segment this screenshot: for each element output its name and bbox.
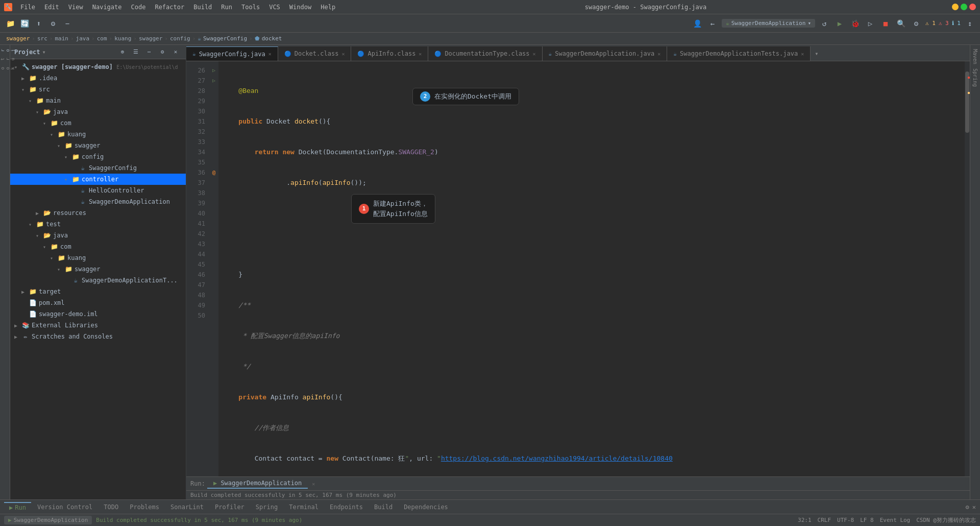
vtab-project[interactable]: Proj [0, 47, 16, 54]
tree-item-java-test[interactable]: ▾ 📂 java [10, 230, 186, 241]
sidebar-settings-icon[interactable]: ⚙ [156, 46, 168, 58]
bc-src[interactable]: src [37, 35, 47, 42]
vtab-structure[interactable]: Stru [0, 56, 16, 62]
bottom-tab-dependencies[interactable]: Dependencies [399, 503, 453, 512]
bottom-tab-problems[interactable]: Problems [125, 503, 164, 512]
tree-item-swagger-pkg[interactable]: ▾ 📁 swagger [10, 140, 186, 151]
tree-item-com-test[interactable]: ▾ 📁 com [10, 241, 186, 252]
run-green-btn[interactable]: ▶ [834, 17, 846, 30]
bc-swagger-pkg[interactable]: swagger [139, 35, 162, 42]
sidebar-close-icon[interactable]: ✕ [169, 46, 182, 58]
tab-close-docket[interactable]: ✕ [341, 51, 345, 57]
sidebar-dots-icon[interactable]: ⋯ [143, 46, 155, 58]
tree-item-target[interactable]: ▶ 📁 target [10, 286, 186, 297]
tab-apiinfo[interactable]: 🔵 ApiInfo.class ✕ [351, 46, 428, 61]
tree-item-scratches[interactable]: ▶ ✏ Scratches and Consoles [10, 331, 186, 342]
bc-java[interactable]: java [76, 35, 90, 42]
run-tab-active[interactable]: ▶ SwaggerDemoApplication [207, 479, 308, 489]
refresh-icon[interactable]: ↺ [818, 17, 830, 30]
tree-item-kuang[interactable]: ▾ 📁 kuang [10, 129, 186, 140]
status-csdn[interactable]: CSDN @努力搬砖的攻志 [916, 516, 976, 524]
bc-config[interactable]: config [170, 35, 190, 42]
spring-vtab[interactable]: Spring [971, 66, 979, 89]
menu-vcs[interactable]: VCS [265, 3, 284, 12]
menu-view[interactable]: View [64, 3, 87, 12]
search-icon[interactable]: 🔍 [895, 17, 907, 30]
stop-btn[interactable]: ■ [879, 17, 892, 30]
tree-item-main[interactable]: ▾ 📁 main [10, 95, 186, 106]
sidebar-locate-icon[interactable]: ⊕ [116, 46, 129, 58]
tab-close-swaggerdemotests[interactable]: ✕ [801, 51, 804, 57]
menu-tools[interactable]: Tools [237, 3, 264, 12]
bc-swagger[interactable]: swagger [6, 35, 30, 42]
collapse-btn[interactable]: ⬆ [33, 17, 45, 30]
tree-item-resources[interactable]: ▶ 📂 resources [10, 207, 186, 219]
status-line-ending[interactable]: CRLF [818, 517, 831, 523]
code-content[interactable]: @Bean public Docket docket(){ return new… [218, 61, 965, 476]
menu-help[interactable]: Help [316, 3, 339, 12]
run-tab-close[interactable]: ✕ [312, 481, 315, 487]
run-config-selector[interactable]: ☕ SwaggerDemoApplication ▾ [722, 19, 815, 28]
bottom-tab-profiler[interactable]: Profiler [210, 503, 250, 512]
vtab-bookmarks[interactable]: Book [0, 65, 16, 71]
tab-close-swaggerconfig[interactable]: ✕ [268, 51, 272, 57]
status-position[interactable]: 32:1 [798, 517, 812, 523]
menu-code[interactable]: Code [127, 3, 150, 12]
tree-item-swaggerconfig[interactable]: ☕ SwaggerConfig [10, 162, 186, 174]
tree-item-external-libs[interactable]: ▶ 📚 External Libraries [10, 320, 186, 331]
bc-swaggerconfig[interactable]: SwaggerConfig [203, 35, 247, 42]
tab-docket[interactable]: 🔵 Docket.class ✕ [278, 46, 352, 61]
tree-item-swaggerdemomain[interactable]: ☕ SwaggerDemoApplication [10, 196, 186, 207]
scrollbar-thumb[interactable] [965, 71, 969, 133]
sync-btn[interactable]: 🔄 [18, 17, 31, 30]
menu-navigate[interactable]: Navigate [88, 3, 126, 12]
close-button[interactable] [969, 4, 976, 10]
tab-documentationtype[interactable]: 🔵 DocumentationType.class ✕ [428, 46, 542, 61]
bottom-settings-icon[interactable]: ⚙ [966, 504, 969, 511]
tree-item-idea[interactable]: ▶ 📁 .idea [10, 73, 186, 84]
back-btn[interactable]: ← [706, 17, 719, 30]
vertical-scrollbar[interactable] [965, 61, 970, 476]
settings-icon[interactable]: ⚙ [910, 17, 922, 30]
run-button[interactable]: ▶ SwaggerDemoApplication [4, 516, 92, 524]
tree-item-swaggertests[interactable]: ☕ SwaggerDemoApplicationT... [10, 275, 186, 286]
tab-close-documentationtype[interactable]: ✕ [533, 51, 536, 57]
project-tree-btn[interactable]: 📁 [4, 17, 16, 30]
tree-item-kuang-test[interactable]: ▾ 📁 kuang [10, 252, 186, 264]
menu-run[interactable]: Run [217, 3, 236, 12]
tab-swaggerconfig[interactable]: ☕ SwaggerConfig.java ✕ [186, 46, 278, 61]
tab-swaggerdemotests[interactable]: ☕ SwaggerDemoApplicationTests.java ✕ [667, 46, 811, 61]
minus-btn[interactable]: − [61, 17, 74, 30]
settings-gear-icon[interactable]: ⚙ [47, 17, 59, 30]
tree-item-src[interactable]: ▾ 📁 src [10, 84, 186, 95]
status-encoding[interactable]: UTF-8 [837, 517, 854, 523]
tree-item-controller[interactable]: ▾ 📁 controller [10, 174, 186, 185]
user-icon[interactable]: 👤 [691, 17, 703, 30]
event-log[interactable]: Event Log [880, 517, 911, 523]
tree-item-swagger-root[interactable]: ▾ 🔧 swagger [swagger-demo] E:\Users\pote… [10, 61, 186, 73]
menu-refactor[interactable]: Refactor [151, 3, 188, 12]
bottom-tab-endpoints[interactable]: Endpoints [325, 503, 368, 512]
bottom-tab-spring[interactable]: Spring [251, 503, 283, 512]
tree-item-com[interactable]: ▾ 📁 com [10, 117, 186, 129]
tree-item-swagger-test[interactable]: ▾ 📁 swagger [10, 264, 186, 275]
tree-item-pom-xml[interactable]: 📄 pom.xml [10, 297, 186, 308]
minimize-button[interactable] [952, 4, 959, 10]
maven-vtab[interactable]: Maven [971, 47, 979, 66]
sidebar-dropdown-icon[interactable]: ▾ [42, 49, 46, 56]
run2-btn[interactable]: ▷ [864, 17, 876, 30]
sidebar-collapse-all-icon[interactable]: ☰ [130, 46, 142, 58]
menu-file[interactable]: File [16, 3, 39, 12]
tree-item-java-main[interactable]: ▾ 📂 java [10, 106, 186, 117]
bottom-tab-run[interactable]: ▶ Run [4, 502, 31, 512]
status-tab[interactable]: LF 8 [860, 517, 874, 523]
bottom-tab-terminal[interactable]: Terminal [284, 503, 324, 512]
bottom-close-icon[interactable]: ✕ [972, 504, 976, 511]
tabs-overflow-btn[interactable]: ▾ [811, 46, 822, 61]
menu-window[interactable]: Window [285, 3, 315, 12]
bc-docket[interactable]: docket [262, 35, 282, 42]
bottom-tab-build[interactable]: Build [369, 503, 398, 512]
menu-build[interactable]: Build [189, 3, 216, 12]
bc-com[interactable]: com [97, 35, 107, 42]
bc-main[interactable]: main [55, 35, 68, 42]
